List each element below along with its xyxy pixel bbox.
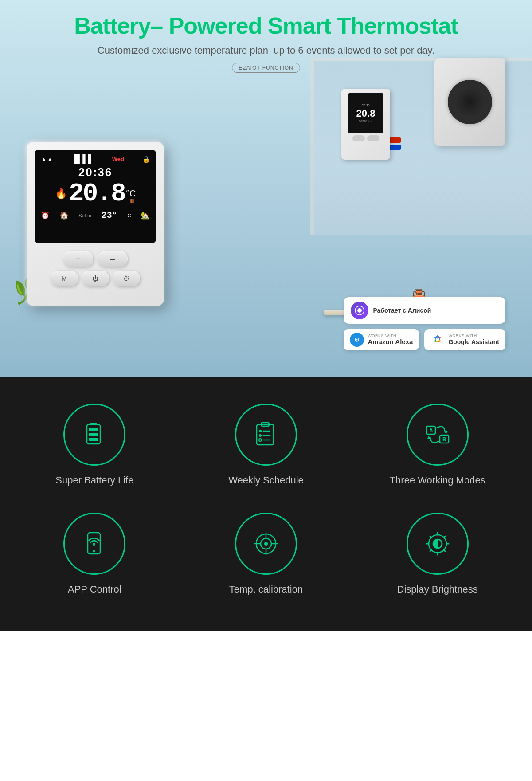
schedule-label: Weekly Schedule [228, 475, 304, 486]
svg-point-23 [259, 430, 262, 432]
mode-button[interactable]: M [51, 271, 78, 286]
battery-label: Super Battery Life [55, 475, 133, 486]
set-celsius: C [127, 213, 131, 218]
feature-brightness: Display Brightness [360, 513, 514, 595]
google-text: WORKS WITH Google Assistant [448, 334, 499, 346]
header-text: Battery– Powered Smart Thermostat Custom… [74, 0, 458, 73]
svg-point-13 [439, 340, 441, 342]
small-thermo-temp: 20.8 [356, 108, 376, 119]
brightness-icon-circle [407, 513, 469, 575]
schedule-icon-circle [235, 404, 297, 466]
manual-icon: 🏠 [60, 211, 69, 220]
plus-button[interactable]: + [63, 251, 93, 267]
battery-display-icon: ▐▌▌▌ [71, 154, 94, 164]
svg-point-40 [264, 542, 268, 546]
home-icon: 🏡 [141, 211, 150, 220]
badge: EZAIOT FUNCTION [232, 63, 300, 73]
google-badge: WORKS WITH Google Assistant [424, 329, 505, 350]
feature-schedule: Weekly Schedule [189, 404, 343, 486]
boiler-unit [434, 58, 505, 146]
svg-rect-19 [89, 433, 98, 436]
svg-text:B: B [442, 436, 446, 443]
main-temperature: 20.8 [69, 181, 125, 207]
schedule-icon-small: ⏰ [41, 211, 50, 220]
wifi-icon: ▲▲ [41, 156, 53, 163]
alexa-icon [350, 333, 364, 347]
set-to-label: Set to [78, 213, 91, 218]
voice-assistant-badges: Работает с Алисой WORKS With Amazon Alex… [344, 297, 505, 350]
feature-calibration: Temp. calibration [189, 513, 343, 595]
alice-label: Работает с Алисой [373, 307, 431, 314]
feature-app: APP Control [18, 513, 172, 595]
alexa-badge: WORKS With Amazon Alexa [344, 329, 419, 350]
feature-modes: A B Three Working Modes [360, 404, 514, 486]
wall-boiler-area [434, 58, 505, 146]
svg-line-52 [443, 550, 445, 552]
power-button[interactable]: ⏻ [82, 271, 109, 286]
timer-button[interactable]: ⏱ [113, 271, 140, 286]
svg-line-53 [443, 536, 445, 538]
alice-badge: Работает с Алисой [344, 297, 505, 324]
features-section: Super Battery Life Weekly Schedule [0, 377, 532, 631]
flame-icon: 🔥 [55, 188, 67, 200]
svg-point-25 [259, 434, 262, 437]
alexa-brand: Amazon Alexa [368, 338, 413, 345]
small-btn-1 [352, 135, 365, 141]
battery-icon-circle [63, 404, 125, 466]
calibration-label: Temp. calibration [229, 584, 303, 595]
set-temperature: 23° [102, 210, 117, 220]
small-thermo-screen: 20:36 20.8 Set to 23° [348, 93, 383, 133]
temp-bar: |||| [126, 199, 134, 203]
thermostat-controls: + – M ⏻ ⏱ [35, 251, 156, 286]
svg-rect-21 [257, 424, 274, 445]
time-display: 20:36 [41, 165, 150, 179]
lock-icon: 🔒 [142, 156, 150, 163]
main-thermostat: ▲▲ ▐▌▌▌ Wed 🔒 20:36 🔥 20.8 °C |||| ⏰ � [27, 142, 164, 306]
main-thermostat-wrapper: ▲▲ ▐▌▌▌ Wed 🔒 20:36 🔥 20.8 °C |||| ⏰ � [27, 142, 164, 306]
svg-point-36 [93, 550, 95, 553]
app-icon-circle [63, 513, 125, 575]
google-works-with: WORKS WITH [448, 334, 499, 338]
svg-point-14 [434, 340, 436, 342]
small-thermostat: 20:36 20.8 Set to 23° [341, 89, 390, 160]
svg-point-12 [439, 337, 441, 338]
day-label: Wed [112, 156, 124, 162]
svg-line-54 [430, 550, 432, 552]
google-brand: Google Assistant [448, 338, 499, 345]
svg-point-37 [93, 543, 95, 546]
svg-text:A: A [429, 428, 433, 434]
alice-logo [351, 302, 368, 319]
svg-point-15 [434, 337, 436, 338]
small-thermo-buttons [341, 135, 390, 141]
modes-icon-circle: A B [407, 404, 469, 466]
works-row: WORKS With Amazon Alexa [344, 329, 505, 350]
svg-point-11 [437, 335, 438, 337]
main-title: Battery– Powered Smart Thermostat [74, 13, 458, 39]
svg-rect-20 [89, 438, 98, 441]
svg-point-4 [356, 339, 358, 341]
calibration-icon-circle [235, 513, 297, 575]
brightness-label: Display Brightness [397, 584, 478, 595]
small-btn-2 [367, 135, 379, 141]
minus-button[interactable]: – [98, 251, 128, 267]
svg-point-1 [357, 308, 362, 313]
svg-rect-18 [89, 428, 98, 431]
thermo-screen: ▲▲ ▐▌▌▌ Wed 🔒 20:36 🔥 20.8 °C |||| ⏰ � [35, 150, 156, 243]
alexa-works-with: WORKS With [368, 334, 413, 338]
celsius-symbol: °C [126, 188, 136, 199]
svg-point-27 [259, 439, 262, 441]
feature-battery: Super Battery Life [18, 404, 172, 486]
modes-label: Three Working Modes [390, 475, 485, 486]
svg-line-51 [430, 536, 432, 538]
sub-title: Customized exclusive temperature plan–up… [74, 43, 458, 58]
app-label: APP Control [68, 584, 121, 595]
top-section: 🌿 🏺 Battery– Powered Smart Thermostat Cu… [0, 0, 532, 377]
google-icon [430, 333, 445, 347]
features-grid: Super Battery Life Weekly Schedule [18, 404, 514, 595]
svg-rect-17 [90, 423, 97, 425]
alexa-text: WORKS With Amazon Alexa [368, 334, 413, 346]
boiler-circle [448, 80, 492, 124]
